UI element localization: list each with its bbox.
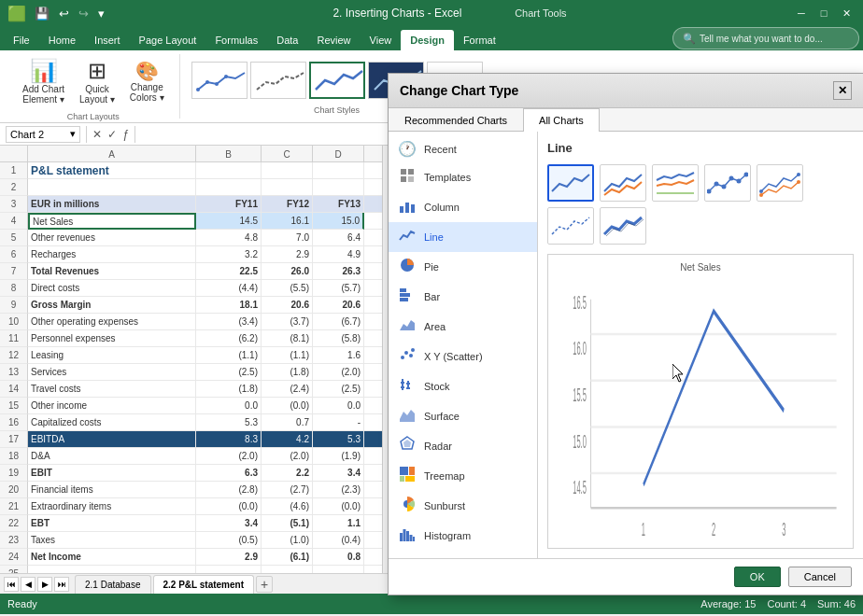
cell-e19[interactable] <box>364 465 382 482</box>
cell-a17[interactable]: EBITDA <box>28 431 196 448</box>
cell-b9[interactable]: 18.1 <box>196 297 262 314</box>
cell-c21[interactable]: (4.6) <box>262 498 313 515</box>
line-subtype-4[interactable] <box>704 164 751 202</box>
chart-style-3[interactable] <box>309 62 365 99</box>
chart-type-treemap[interactable]: Treemap <box>389 461 537 491</box>
cell-a12[interactable]: Leasing <box>28 347 196 364</box>
cell-a5[interactable]: Other revenues <box>28 230 196 246</box>
cell-e13[interactable] <box>364 364 382 381</box>
chart-type-boxwhisker[interactable]: Box & Whisker <box>389 551 537 558</box>
tab-review[interactable]: Review <box>307 30 360 50</box>
chart-type-histogram[interactable]: Histogram <box>389 521 537 551</box>
sheet-nav-next[interactable]: ▶ <box>37 577 52 592</box>
cell-a14[interactable]: Travel costs <box>28 381 196 398</box>
cell-c1[interactable] <box>262 162 313 179</box>
cell-d1[interactable] <box>313 162 364 179</box>
cell-d5[interactable]: 6.4 <box>313 230 364 246</box>
cell-c15[interactable]: (0.0) <box>262 398 313 414</box>
sheet-tab-pl-statement[interactable]: 2.2 P&L statement <box>153 575 255 594</box>
chart-type-sunburst[interactable]: Sunburst <box>389 491 537 521</box>
cell-a7[interactable]: Total Revenues <box>28 263 196 280</box>
cell-b15[interactable]: 0.0 <box>196 398 262 414</box>
tab-data[interactable]: Data <box>267 30 307 50</box>
cell-b3[interactable]: FY11 <box>196 196 262 213</box>
tab-page-layout[interactable]: Page Layout <box>130 30 206 50</box>
sheet-tab-database[interactable]: 2.1 Database <box>75 575 151 594</box>
row-num-1[interactable]: 1 <box>0 162 28 179</box>
cell-b18[interactable]: (2.0) <box>196 448 262 465</box>
save-button[interactable]: 💾 <box>32 5 52 22</box>
cell-e22[interactable] <box>364 515 382 532</box>
row-num-7[interactable]: 7 <box>0 263 28 280</box>
cell-e4[interactable] <box>364 213 382 230</box>
cell-e18[interactable] <box>364 448 382 465</box>
maximize-button[interactable]: □ <box>814 4 833 22</box>
cell-b8[interactable]: (4.4) <box>196 280 262 297</box>
cell-a6[interactable]: Recharges <box>28 246 196 263</box>
cell-b21[interactable]: (0.0) <box>196 498 262 515</box>
cell-d4[interactable]: 15.0 <box>313 213 364 230</box>
cell-b24[interactable]: 2.9 <box>196 549 262 566</box>
row-num-19[interactable]: 19 <box>0 465 28 482</box>
cell-b5[interactable]: 4.8 <box>196 230 262 246</box>
cell-b12[interactable]: (1.1) <box>196 347 262 364</box>
row-num-4[interactable]: 4 <box>0 213 28 230</box>
cell-b20[interactable]: (2.8) <box>196 482 262 498</box>
cell-c24[interactable]: (6.1) <box>262 549 313 566</box>
cell-d12[interactable]: 1.6 <box>313 347 364 364</box>
cell-a21[interactable]: Extraordinary items <box>28 498 196 515</box>
name-box[interactable]: Chart 2 ▾ <box>6 126 80 143</box>
cell-b25[interactable] <box>196 566 262 573</box>
cell-d3[interactable]: FY13 <box>313 196 364 213</box>
cell-e7[interactable] <box>364 263 382 280</box>
cell-c7[interactable]: 26.0 <box>262 263 313 280</box>
cell-c12[interactable]: (1.1) <box>262 347 313 364</box>
chart-type-bar[interactable]: Bar <box>389 282 537 312</box>
cell-d25[interactable] <box>313 566 364 573</box>
chart-type-scatter[interactable]: X Y (Scatter) <box>389 342 537 371</box>
cell-c9[interactable]: 20.6 <box>262 297 313 314</box>
tab-file[interactable]: File <box>4 30 39 50</box>
cell-d6[interactable]: 4.9 <box>313 246 364 263</box>
add-chart-element-button[interactable]: 📊 Add ChartElement ▾ <box>17 56 70 108</box>
row-num-10[interactable]: 10 <box>0 314 28 330</box>
cell-b14[interactable]: (1.8) <box>196 381 262 398</box>
cell-d18[interactable]: (1.9) <box>313 448 364 465</box>
customize-qa-dropdown[interactable]: ▾ <box>95 5 107 22</box>
sheet-nav-last[interactable]: ⏭ <box>54 577 69 592</box>
tell-me-box[interactable]: 🔍 Tell me what you want to do... <box>672 27 859 49</box>
chart-type-line[interactable]: Line <box>389 222 537 252</box>
row-num-17[interactable]: 17 <box>0 431 28 448</box>
cell-a1[interactable]: P&L statement <box>28 162 196 179</box>
row-num-15[interactable]: 15 <box>0 398 28 414</box>
cell-a11[interactable]: Personnel expenses <box>28 330 196 347</box>
cell-c16[interactable]: 0.7 <box>262 414 313 431</box>
row-num-13[interactable]: 13 <box>0 364 28 381</box>
cell-e21[interactable] <box>364 498 382 515</box>
row-num-5[interactable]: 5 <box>0 230 28 246</box>
chart-type-surface[interactable]: Surface <box>389 401 537 431</box>
cell-a13[interactable]: Services <box>28 364 196 381</box>
cell-c17[interactable]: 4.2 <box>262 431 313 448</box>
cell-a4[interactable]: Net Sales <box>28 213 196 230</box>
chart-type-stock[interactable]: Stock <box>389 371 537 401</box>
cell-c18[interactable]: (2.0) <box>262 448 313 465</box>
row-num-2[interactable]: 2 <box>0 179 28 196</box>
cell-e9[interactable] <box>364 297 382 314</box>
tab-formulas[interactable]: Formulas <box>205 30 267 50</box>
cell-e24[interactable] <box>364 549 382 566</box>
tab-insert[interactable]: Insert <box>85 30 130 50</box>
cell-d14[interactable]: (2.5) <box>313 381 364 398</box>
col-header-c[interactable]: C <box>262 146 313 162</box>
cell-c2[interactable] <box>262 179 313 196</box>
cell-c3[interactable]: FY12 <box>262 196 313 213</box>
cell-a9[interactable]: Gross Margin <box>28 297 196 314</box>
cell-a10[interactable]: Other operating expenses <box>28 314 196 330</box>
chart-type-templates[interactable]: Templates <box>389 162 537 192</box>
cell-d13[interactable]: (2.0) <box>313 364 364 381</box>
cell-c5[interactable]: 7.0 <box>262 230 313 246</box>
line-subtype-2[interactable] <box>600 164 646 202</box>
cell-c23[interactable]: (1.0) <box>262 532 313 549</box>
cell-e20[interactable] <box>364 482 382 498</box>
chart-type-recent[interactable]: 🕐 Recent <box>389 135 537 162</box>
